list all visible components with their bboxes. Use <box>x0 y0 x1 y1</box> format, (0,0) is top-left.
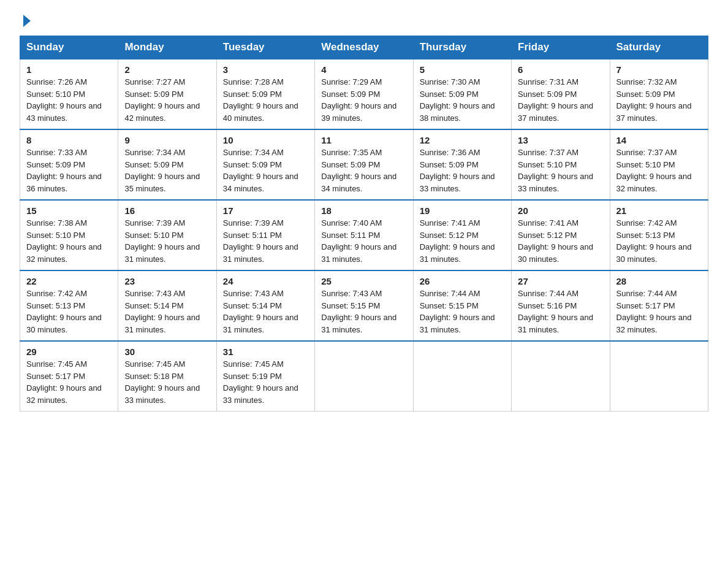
day-number: 15 <box>26 205 112 216</box>
calendar-cell: 25 Sunrise: 7:43 AMSunset: 5:15 PMDaylig… <box>315 270 413 341</box>
calendar-cell <box>315 341 413 412</box>
day-info: Sunrise: 7:43 AMSunset: 5:15 PMDaylight:… <box>321 289 396 334</box>
calendar-table: SundayMondayTuesdayWednesdayThursdayFrid… <box>20 36 708 412</box>
calendar-header-row: SundayMondayTuesdayWednesdayThursdayFrid… <box>20 36 708 59</box>
calendar-cell: 17 Sunrise: 7:39 AMSunset: 5:11 PMDaylig… <box>216 200 314 270</box>
day-number: 12 <box>420 135 505 145</box>
day-info: Sunrise: 7:38 AMSunset: 5:10 PMDaylight:… <box>26 218 102 264</box>
day-info: Sunrise: 7:43 AMSunset: 5:14 PMDaylight:… <box>124 289 200 334</box>
day-number: 21 <box>616 205 702 216</box>
calendar-cell: 6 Sunrise: 7:31 AMSunset: 5:09 PMDayligh… <box>512 59 610 129</box>
day-number: 2 <box>124 64 210 75</box>
calendar-cell: 15 Sunrise: 7:38 AMSunset: 5:10 PMDaylig… <box>20 200 118 270</box>
col-header-wednesday: Wednesday <box>315 36 413 59</box>
day-number: 26 <box>420 276 505 286</box>
calendar-cell: 20 Sunrise: 7:41 AMSunset: 5:12 PMDaylig… <box>512 200 610 270</box>
calendar-cell: 28 Sunrise: 7:44 AMSunset: 5:17 PMDaylig… <box>610 270 708 341</box>
calendar-cell: 12 Sunrise: 7:36 AMSunset: 5:09 PMDaylig… <box>413 129 511 200</box>
day-number: 9 <box>124 135 210 145</box>
logo-arrow-icon <box>23 15 31 27</box>
col-header-sunday: Sunday <box>20 36 118 59</box>
calendar-cell: 24 Sunrise: 7:43 AMSunset: 5:14 PMDaylig… <box>216 270 314 341</box>
calendar-cell: 21 Sunrise: 7:42 AMSunset: 5:13 PMDaylig… <box>610 200 708 270</box>
day-number: 11 <box>321 135 406 145</box>
day-info: Sunrise: 7:45 AMSunset: 5:19 PMDaylight:… <box>223 359 298 405</box>
day-number: 3 <box>223 64 308 75</box>
calendar-cell: 16 Sunrise: 7:39 AMSunset: 5:10 PMDaylig… <box>118 200 216 270</box>
calendar-cell: 5 Sunrise: 7:30 AMSunset: 5:09 PMDayligh… <box>413 59 511 129</box>
day-info: Sunrise: 7:43 AMSunset: 5:14 PMDaylight:… <box>223 289 298 334</box>
day-info: Sunrise: 7:29 AMSunset: 5:09 PMDaylight:… <box>321 77 396 123</box>
calendar-cell: 22 Sunrise: 7:42 AMSunset: 5:13 PMDaylig… <box>20 270 118 341</box>
day-info: Sunrise: 7:42 AMSunset: 5:13 PMDaylight:… <box>616 218 692 264</box>
day-info: Sunrise: 7:44 AMSunset: 5:16 PMDaylight:… <box>518 289 593 334</box>
calendar-cell: 7 Sunrise: 7:32 AMSunset: 5:09 PMDayligh… <box>610 59 708 129</box>
day-number: 31 <box>223 347 308 357</box>
calendar-week-row: 8 Sunrise: 7:33 AMSunset: 5:09 PMDayligh… <box>20 129 708 200</box>
col-header-monday: Monday <box>118 36 216 59</box>
day-info: Sunrise: 7:37 AMSunset: 5:10 PMDaylight:… <box>616 148 692 193</box>
day-info: Sunrise: 7:41 AMSunset: 5:12 PMDaylight:… <box>420 218 495 264</box>
calendar-week-row: 15 Sunrise: 7:38 AMSunset: 5:10 PMDaylig… <box>20 200 708 270</box>
day-info: Sunrise: 7:39 AMSunset: 5:10 PMDaylight:… <box>124 218 200 264</box>
calendar-cell: 1 Sunrise: 7:26 AMSunset: 5:10 PMDayligh… <box>20 59 118 129</box>
day-info: Sunrise: 7:45 AMSunset: 5:18 PMDaylight:… <box>124 359 200 405</box>
day-number: 4 <box>321 64 406 75</box>
day-number: 10 <box>223 135 308 145</box>
day-number: 8 <box>26 135 112 145</box>
calendar-cell: 19 Sunrise: 7:41 AMSunset: 5:12 PMDaylig… <box>413 200 511 270</box>
calendar-cell: 23 Sunrise: 7:43 AMSunset: 5:14 PMDaylig… <box>118 270 216 341</box>
logo-general-text <box>20 15 31 27</box>
day-info: Sunrise: 7:39 AMSunset: 5:11 PMDaylight:… <box>223 218 298 264</box>
calendar-cell: 3 Sunrise: 7:28 AMSunset: 5:09 PMDayligh… <box>216 59 314 129</box>
day-info: Sunrise: 7:37 AMSunset: 5:10 PMDaylight:… <box>518 148 593 193</box>
day-number: 16 <box>124 205 210 216</box>
day-number: 23 <box>124 276 210 286</box>
day-info: Sunrise: 7:40 AMSunset: 5:11 PMDaylight:… <box>321 218 396 264</box>
calendar-cell <box>610 341 708 412</box>
day-number: 29 <box>26 347 112 357</box>
day-info: Sunrise: 7:28 AMSunset: 5:09 PMDaylight:… <box>223 77 298 123</box>
day-number: 19 <box>420 205 505 216</box>
calendar-cell <box>413 341 511 412</box>
calendar-cell: 2 Sunrise: 7:27 AMSunset: 5:09 PMDayligh… <box>118 59 216 129</box>
day-info: Sunrise: 7:34 AMSunset: 5:09 PMDaylight:… <box>223 148 298 193</box>
day-number: 30 <box>124 347 210 357</box>
day-number: 17 <box>223 205 308 216</box>
col-header-thursday: Thursday <box>413 36 511 59</box>
calendar-cell: 27 Sunrise: 7:44 AMSunset: 5:16 PMDaylig… <box>512 270 610 341</box>
calendar-cell: 13 Sunrise: 7:37 AMSunset: 5:10 PMDaylig… <box>512 129 610 200</box>
day-info: Sunrise: 7:41 AMSunset: 5:12 PMDaylight:… <box>518 218 593 264</box>
day-number: 22 <box>26 276 112 286</box>
calendar-cell: 14 Sunrise: 7:37 AMSunset: 5:10 PMDaylig… <box>610 129 708 200</box>
day-info: Sunrise: 7:44 AMSunset: 5:17 PMDaylight:… <box>616 289 692 334</box>
day-number: 14 <box>616 135 702 145</box>
day-info: Sunrise: 7:31 AMSunset: 5:09 PMDaylight:… <box>518 77 593 123</box>
col-header-tuesday: Tuesday <box>216 36 314 59</box>
calendar-cell: 18 Sunrise: 7:40 AMSunset: 5:11 PMDaylig… <box>315 200 413 270</box>
day-info: Sunrise: 7:33 AMSunset: 5:09 PMDaylight:… <box>26 148 102 193</box>
calendar-week-row: 22 Sunrise: 7:42 AMSunset: 5:13 PMDaylig… <box>20 270 708 341</box>
calendar-cell: 26 Sunrise: 7:44 AMSunset: 5:15 PMDaylig… <box>413 270 511 341</box>
day-number: 7 <box>616 64 702 75</box>
day-number: 1 <box>26 64 112 75</box>
day-number: 13 <box>518 135 603 145</box>
day-number: 5 <box>420 64 505 75</box>
calendar-cell: 4 Sunrise: 7:29 AMSunset: 5:09 PMDayligh… <box>315 59 413 129</box>
day-number: 18 <box>321 205 406 216</box>
col-header-friday: Friday <box>512 36 610 59</box>
calendar-week-row: 29 Sunrise: 7:45 AMSunset: 5:17 PMDaylig… <box>20 341 708 412</box>
day-number: 20 <box>518 205 603 216</box>
day-info: Sunrise: 7:45 AMSunset: 5:17 PMDaylight:… <box>26 359 102 405</box>
calendar-cell: 10 Sunrise: 7:34 AMSunset: 5:09 PMDaylig… <box>216 129 314 200</box>
calendar-cell: 29 Sunrise: 7:45 AMSunset: 5:17 PMDaylig… <box>20 341 118 412</box>
calendar-cell <box>512 341 610 412</box>
day-info: Sunrise: 7:44 AMSunset: 5:15 PMDaylight:… <box>420 289 495 334</box>
day-info: Sunrise: 7:27 AMSunset: 5:09 PMDaylight:… <box>124 77 200 123</box>
day-info: Sunrise: 7:35 AMSunset: 5:09 PMDaylight:… <box>321 148 396 193</box>
calendar-cell: 9 Sunrise: 7:34 AMSunset: 5:09 PMDayligh… <box>118 129 216 200</box>
day-number: 6 <box>518 64 603 75</box>
day-info: Sunrise: 7:34 AMSunset: 5:09 PMDaylight:… <box>124 148 200 193</box>
day-info: Sunrise: 7:26 AMSunset: 5:10 PMDaylight:… <box>26 77 102 123</box>
day-info: Sunrise: 7:30 AMSunset: 5:09 PMDaylight:… <box>420 77 495 123</box>
